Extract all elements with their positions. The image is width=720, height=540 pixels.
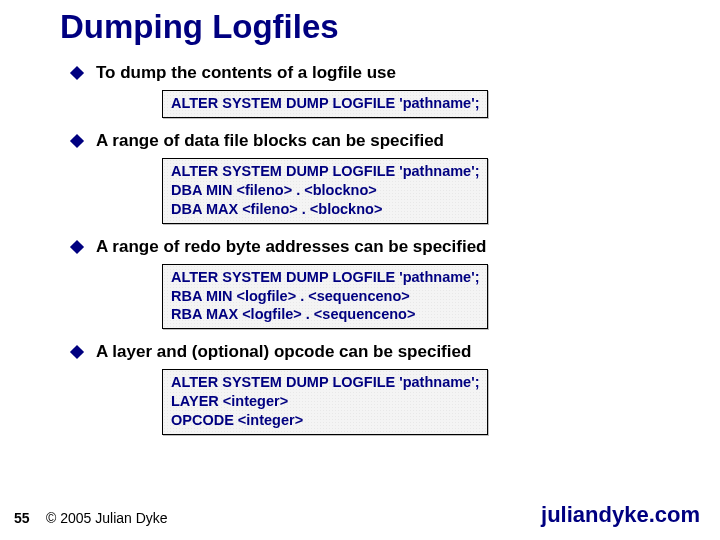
bullet-text: A range of redo byte addresses can be sp…: [96, 236, 487, 258]
code-line: RBA MAX <logfile> . <sequenceno>: [171, 305, 479, 324]
diamond-bullet-icon: [70, 134, 84, 148]
code-line: LAYER <integer>: [171, 392, 479, 411]
bullet-text: A range of data file blocks can be speci…: [96, 130, 444, 152]
code-line: RBA MIN <logfile> . <sequenceno>: [171, 287, 479, 306]
code-box: ALTER SYSTEM DUMP LOGFILE 'pathname'; RB…: [162, 264, 488, 330]
code-line: DBA MIN <fileno> . <blockno>: [171, 181, 479, 200]
site-link: juliandyke.com: [541, 502, 700, 528]
slide-content: To dump the contents of a logfile use AL…: [72, 58, 652, 435]
code-box: ALTER SYSTEM DUMP LOGFILE 'pathname'; DB…: [162, 158, 488, 224]
diamond-bullet-icon: [70, 66, 84, 80]
diamond-bullet-icon: [70, 239, 84, 253]
copyright-text: © 2005 Julian Dyke: [46, 510, 168, 526]
code-line: ALTER SYSTEM DUMP LOGFILE 'pathname';: [171, 268, 479, 287]
bullet-item: A range of redo byte addresses can be sp…: [72, 236, 652, 258]
code-box: ALTER SYSTEM DUMP LOGFILE 'pathname'; LA…: [162, 369, 488, 435]
code-line: DBA MAX <fileno> . <blockno>: [171, 200, 479, 219]
diamond-bullet-icon: [70, 345, 84, 359]
code-box: ALTER SYSTEM DUMP LOGFILE 'pathname';: [162, 90, 488, 118]
code-line: ALTER SYSTEM DUMP LOGFILE 'pathname';: [171, 373, 479, 392]
bullet-item: A range of data file blocks can be speci…: [72, 130, 652, 152]
slide-title: Dumping Logfiles: [60, 8, 339, 46]
bullet-item: A layer and (optional) opcode can be spe…: [72, 341, 652, 363]
code-line: OPCODE <integer>: [171, 411, 479, 430]
slide: Dumping Logfiles To dump the contents of…: [0, 0, 720, 540]
code-line: ALTER SYSTEM DUMP LOGFILE 'pathname';: [171, 94, 479, 113]
slide-footer: 55 © 2005 Julian Dyke juliandyke.com: [0, 502, 720, 528]
bullet-text: A layer and (optional) opcode can be spe…: [96, 341, 471, 363]
bullet-item: To dump the contents of a logfile use: [72, 62, 652, 84]
code-line: ALTER SYSTEM DUMP LOGFILE 'pathname';: [171, 162, 479, 181]
bullet-text: To dump the contents of a logfile use: [96, 62, 396, 84]
page-number: 55: [14, 510, 30, 526]
